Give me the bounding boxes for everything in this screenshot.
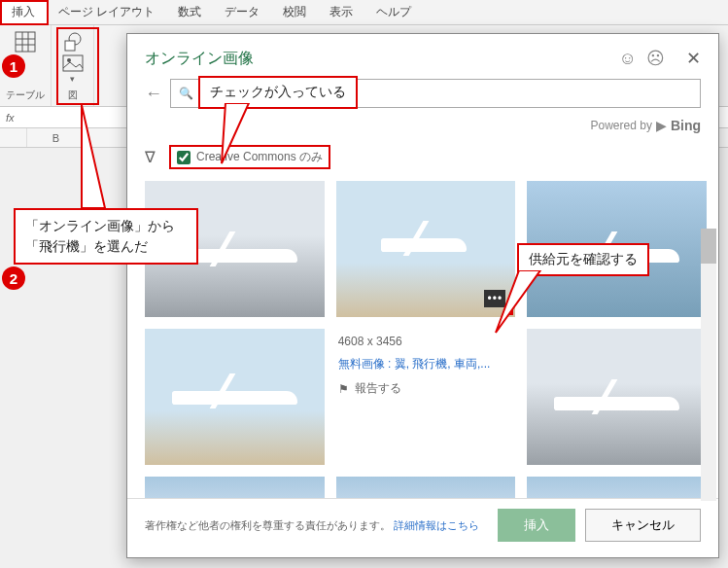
image-results-grid: ••• 4608 x 3456 無料画像 : 翼, 飛行機, 車両,... ⚑報… [127, 175, 718, 498]
image-result[interactable] [145, 329, 325, 465]
search-icon: 🔍 [179, 87, 193, 100]
dialog-title: オンライン画像 [145, 49, 254, 69]
frown-icon[interactable]: ☹ [646, 48, 665, 69]
cc-checkbox-input[interactable] [177, 151, 191, 164]
annotation-box-button [56, 27, 99, 105]
image-dimensions: 4608 x 3456 [338, 335, 514, 348]
image-result[interactable] [527, 329, 707, 465]
annotation-number-2: 2 [2, 266, 25, 290]
corner-cell[interactable] [0, 128, 27, 147]
bing-logo-icon: ▶ [656, 118, 667, 133]
callout-tail-2 [76, 105, 115, 212]
tab-view[interactable]: 表示 [318, 0, 364, 24]
insert-button[interactable]: 挿入 [498, 509, 575, 542]
svg-rect-0 [16, 32, 35, 52]
details-link[interactable]: 詳細情報はこちら [394, 519, 479, 531]
tab-help[interactable]: ヘルプ [364, 0, 423, 24]
tab-data[interactable]: データ [213, 0, 271, 24]
callout-online-pictures: 「オンライン画像」から「飛行機」を選んだ [14, 208, 198, 265]
tab-formulas[interactable]: 数式 [166, 0, 213, 24]
dialog-header-actions: ☺ ☹ ✕ [619, 48, 701, 69]
cancel-button[interactable]: キャンセル [585, 509, 701, 542]
svg-marker-11 [496, 270, 540, 333]
annotation-number-1: 1 [2, 54, 25, 78]
svg-marker-10 [82, 105, 105, 208]
filter-icon[interactable]: ∇ [145, 148, 156, 166]
flag-icon: ⚑ [338, 382, 349, 396]
image-result[interactable] [336, 477, 516, 498]
dialog-header: オンライン画像 ☺ ☹ ✕ [127, 34, 718, 75]
powered-label: Powered by [591, 119, 652, 132]
tab-page-layout[interactable]: ページ レイアウト [47, 0, 166, 24]
image-title-link[interactable]: 無料画像 : 翼, 飛行機, 車両,... [338, 356, 514, 373]
table-icon [15, 31, 36, 53]
report-link[interactable]: ⚑報告する [338, 380, 514, 397]
smile-icon[interactable]: ☺ [619, 49, 637, 69]
image-result[interactable] [145, 477, 325, 498]
image-result[interactable] [527, 477, 707, 498]
back-icon[interactable]: ← [145, 84, 162, 104]
callout-tail-1 [216, 103, 255, 165]
svg-marker-9 [222, 103, 249, 163]
dialog-footer: 著作権など他者の権利を尊重する責任があります。 詳細情報はこちら 挿入 キャンセ… [127, 498, 718, 557]
image-info-card: 4608 x 3456 無料画像 : 翼, 飛行機, 車両,... ⚑報告する [336, 329, 516, 465]
table-label: テーブル [6, 89, 45, 102]
footer-note: 著作権など他者の権利を尊重する責任があります。 詳細情報はこちら [145, 518, 479, 533]
ribbon-tabs: 挿入 ページ レイアウト 数式 データ 校閲 表示 ヘルプ [0, 0, 728, 25]
table-button[interactable] [13, 29, 38, 54]
scrollbar-thumb[interactable] [701, 229, 716, 264]
callout-tail-3 [494, 270, 542, 335]
scrollbar[interactable] [701, 229, 716, 501]
footer-buttons: 挿入 キャンセル [498, 509, 701, 542]
annotation-box-tab [0, 0, 49, 25]
bing-text: Bing [671, 118, 701, 133]
tab-review[interactable]: 校閲 [271, 0, 318, 24]
fx-icon[interactable]: fx [0, 112, 20, 124]
close-icon[interactable]: ✕ [686, 48, 701, 69]
image-result[interactable]: ••• [336, 181, 516, 317]
